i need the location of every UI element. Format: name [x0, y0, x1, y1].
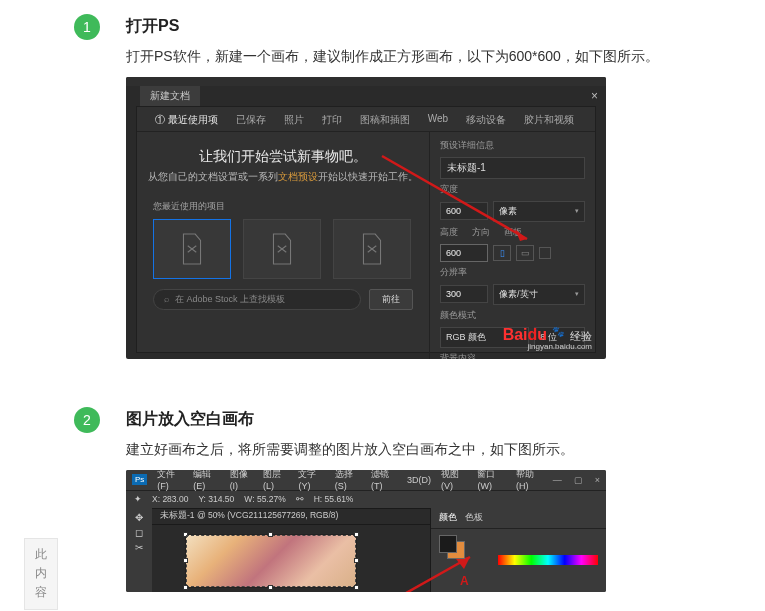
close-icon[interactable]: × — [591, 89, 598, 103]
color-panel-tabs: 颜色 色板 — [431, 508, 606, 529]
lasso-tool-icon[interactable]: ✂ — [135, 542, 143, 553]
step-1: 1 打开PS 打开PS软件，新建一个画布，建议制作成正方形画布，以下为600*6… — [0, 0, 765, 359]
menu-layer[interactable]: 图层(L) — [263, 470, 288, 492]
document-tab[interactable]: 未标题-1 @ 50% (VCG211125677269, RGB/8) — [152, 509, 430, 525]
preset-row — [137, 219, 429, 279]
ps-window-titlebar: 新建文档 × — [126, 86, 606, 106]
marquee-tool-icon[interactable]: ◻ — [135, 527, 143, 538]
artboards-label: 画板 — [504, 227, 522, 239]
height-input[interactable]: 600 — [440, 244, 488, 262]
tab-color[interactable]: 颜色 — [439, 512, 457, 524]
preset-item-2[interactable] — [243, 219, 321, 279]
menu-window[interactable]: 窗口(W) — [477, 470, 506, 492]
preset-item-1[interactable] — [153, 219, 231, 279]
screenshot-ps-newdoc: 新建文档 × ① 最近使用项 已保存 照片 打印 图稿和插图 Web 移动设备 … — [126, 77, 606, 359]
width-label: 宽度 — [440, 184, 585, 196]
screenshot-ps-canvas: Ps 文件(F) 编辑(E) 图像(I) 图层(L) 文字(Y) 选择(S) 滤… — [126, 470, 606, 592]
step1-description: 打开PS软件，新建一个画布，建议制作成正方形画布，以下为600*600，如下图所… — [126, 45, 745, 77]
ps-toolbar: ✥ ◻ ✂ — [126, 508, 152, 592]
height-label: 高度 — [440, 227, 458, 239]
tab-saved[interactable]: 已保存 — [236, 113, 266, 127]
step-badge-1: 1 — [74, 14, 100, 40]
tab-web[interactable]: Web — [428, 113, 448, 127]
artboards-checkbox[interactable] — [539, 247, 551, 259]
newdoc-subtext: 从您自己的文档设置或一系列文档预设开始以快速开始工作。 — [137, 170, 429, 184]
orient-portrait-icon[interactable]: ▯ — [493, 245, 511, 261]
opt-w: W: 55.27% — [244, 494, 285, 504]
tab-recent[interactable]: ① 最近使用项 — [155, 113, 218, 127]
resolution-input[interactable]: 300 — [440, 285, 488, 303]
menu-3d[interactable]: 3D(D) — [407, 475, 431, 485]
step1-content: 打开PS 打开PS软件，新建一个画布，建议制作成正方形画布，以下为600*600… — [126, 0, 745, 359]
window-restore-icon[interactable]: ▢ — [574, 475, 583, 485]
tab-film[interactable]: 胶片和视频 — [524, 113, 574, 127]
step-badge-2: 2 — [74, 407, 100, 433]
preset-item-3[interactable] — [333, 219, 411, 279]
preset-details-panel: 预设详细信息 未标题-1 宽度 600 像素 高度 方向 画板 — [429, 132, 595, 359]
menu-file[interactable]: 文件(F) — [157, 470, 183, 492]
step-2: 2 图片放入空白画布 建立好画布之后，将所需要调整的图片放入空白画布之中，如下图… — [0, 393, 765, 592]
document-icon — [179, 233, 205, 265]
resolution-label: 分辨率 — [440, 267, 585, 279]
placed-image[interactable] — [186, 535, 356, 587]
orient-landscape-icon[interactable]: ▭ — [516, 245, 534, 261]
new-document-dialog: ① 最近使用项 已保存 照片 打印 图稿和插图 Web 移动设备 胶片和视频 让… — [136, 106, 596, 353]
stock-go-button[interactable]: 前往 — [369, 289, 413, 310]
paw-icon: 🐾 — [552, 326, 564, 337]
move-tool-icon[interactable]: ✥ — [135, 512, 143, 523]
document-icon — [269, 233, 295, 265]
tab-swatches[interactable]: 色板 — [465, 512, 483, 524]
watermark-logo: Baidu — [503, 326, 552, 343]
window-minimize-icon[interactable]: — — [553, 475, 562, 485]
newdoc-headline: 让我们开始尝试新事物吧。 — [137, 148, 429, 166]
newdoc-tabs: ① 最近使用项 已保存 照片 打印 图稿和插图 Web 移动设备 胶片和视频 — [137, 107, 595, 132]
menu-select[interactable]: 选择(S) — [335, 470, 361, 492]
ps-panels: 颜色 色板 — [430, 508, 606, 592]
step2-description: 建立好画布之后，将所需要调整的图片放入空白画布之中，如下图所示。 — [126, 438, 745, 470]
opt-h: H: 55.61% — [314, 494, 354, 504]
hue-strip[interactable] — [498, 555, 598, 565]
preset-details-label: 预设详细信息 — [440, 140, 585, 152]
ps-logo-tile: Ps — [132, 474, 147, 485]
watermark: Baidu 🐾 经验 jingyan.baidu.com — [503, 326, 592, 351]
resolution-unit-dropdown[interactable]: 像素/英寸 — [493, 284, 585, 305]
menu-help[interactable]: 帮助(H) — [516, 470, 543, 492]
step1-title: 打开PS — [126, 0, 745, 45]
dialog-tab[interactable]: 新建文档 — [140, 86, 200, 106]
step2-title: 图片放入空白画布 — [126, 393, 745, 438]
tab-photo[interactable]: 照片 — [284, 113, 304, 127]
opt-x: X: 283.00 — [152, 494, 188, 504]
colormode-label: 颜色模式 — [440, 310, 585, 322]
ps-menubar: Ps 文件(F) 编辑(E) 图像(I) 图层(L) 文字(Y) 选择(S) 滤… — [126, 470, 606, 490]
ps-canvas-area: 未标题-1 @ 50% (VCG211125677269, RGB/8) A — [152, 508, 430, 592]
tab-mobile[interactable]: 移动设备 — [466, 113, 506, 127]
recent-label: 您最近使用的项目 — [153, 200, 429, 213]
width-input[interactable]: 600 — [440, 202, 488, 220]
orient-label: 方向 — [472, 227, 490, 239]
bg-label: 背景内容 — [440, 353, 585, 359]
menu-image[interactable]: 图像(I) — [230, 470, 253, 492]
menu-edit[interactable]: 编辑(E) — [193, 470, 219, 492]
stock-search-input[interactable]: ⌕ 在 Adobe Stock 上查找模板 — [153, 289, 361, 310]
side-sticky-tab[interactable]: 此 内 容 — [24, 538, 58, 610]
opt-y: Y: 314.50 — [198, 494, 234, 504]
menu-view[interactable]: 视图(V) — [441, 470, 467, 492]
search-icon: ⌕ — [164, 294, 169, 304]
tool-icon[interactable]: ✦ — [134, 494, 142, 504]
link-icon[interactable]: ⚯ — [296, 494, 304, 504]
tab-print[interactable]: 打印 — [322, 113, 342, 127]
ps-options-bar: ✦ X: 283.00 Y: 314.50 W: 55.27% ⚯ H: 55.… — [126, 490, 606, 508]
doc-title-input[interactable]: 未标题-1 — [440, 157, 585, 179]
width-unit-dropdown[interactable]: 像素 — [493, 201, 585, 222]
document-icon — [359, 233, 385, 265]
window-close-icon[interactable]: × — [595, 475, 600, 485]
tab-art[interactable]: 图稿和插图 — [360, 113, 410, 127]
foreground-background-swatch[interactable] — [439, 535, 465, 557]
step2-content: 图片放入空白画布 建立好画布之后，将所需要调整的图片放入空白画布之中，如下图所示… — [126, 393, 745, 592]
menu-filter[interactable]: 滤镜(T) — [371, 470, 397, 492]
menu-type[interactable]: 文字(Y) — [298, 470, 324, 492]
